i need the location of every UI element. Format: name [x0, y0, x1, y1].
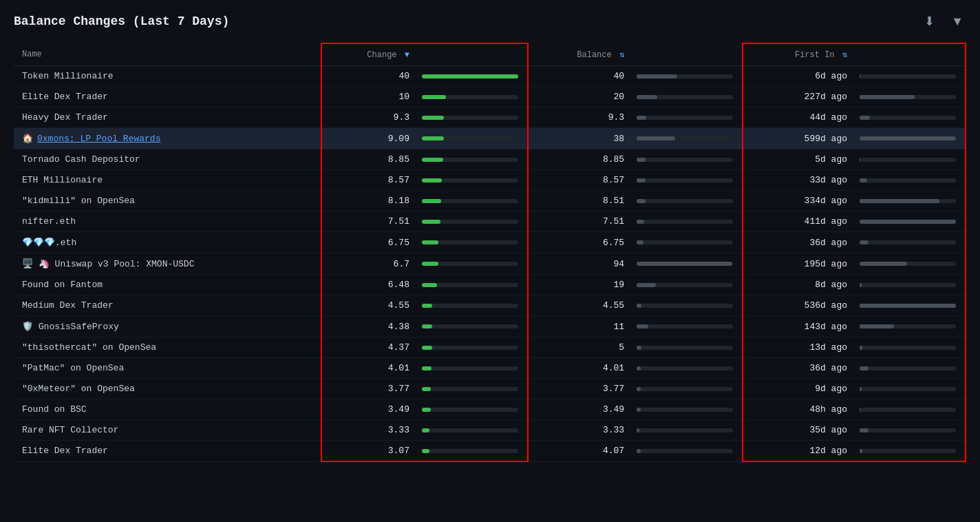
change-value: 9.09: [321, 128, 418, 149]
balance-bar: [632, 211, 743, 232]
balance-value: 3.33: [528, 420, 632, 441]
first-in-value: 227d ago: [743, 87, 855, 107]
change-value: 9.3: [321, 107, 418, 128]
change-bar: [418, 420, 528, 441]
change-value: 4.38: [321, 316, 418, 337]
col-change[interactable]: Change ▼: [321, 43, 418, 66]
balance-value: 8.57: [528, 170, 632, 191]
first-in-bar: [855, 87, 966, 107]
change-bar: [418, 358, 528, 379]
table-row: Elite Dex Trader1020227d ago: [14, 87, 966, 107]
balance-bar: [632, 399, 743, 420]
filter-button[interactable]: ▼: [948, 12, 966, 32]
balance-value: 40: [528, 66, 632, 87]
balance-bar: [632, 253, 743, 275]
name-cell: Found on Fantom: [14, 275, 321, 295]
page-title: Balance Changes (Last 7 Days): [14, 14, 229, 28]
balance-value: 9.3: [528, 107, 632, 128]
table-row: 🛡️ GnosisSafeProxy4.3811143d ago: [14, 316, 966, 337]
change-value: 7.51: [321, 211, 418, 232]
download-button[interactable]: ⬇: [922, 11, 937, 32]
table-row: Found on BSC3.493.4948h ago: [14, 399, 966, 420]
balance-bar: [632, 87, 743, 107]
balance-value: 4.07: [528, 441, 632, 462]
first-in-value: 9d ago: [743, 379, 855, 399]
table-row: Tornado Cash Depositor8.858.855d ago: [14, 149, 966, 170]
balance-value: 4.01: [528, 358, 632, 379]
first-in-value: 33d ago: [743, 170, 855, 191]
table-row: Found on Fantom6.48198d ago: [14, 275, 966, 295]
table-row: ETH Millionaire8.578.5733d ago: [14, 170, 966, 191]
name-cell: Found on BSC: [14, 399, 321, 420]
change-value: 3.33: [321, 420, 418, 441]
change-value: 6.7: [321, 253, 418, 275]
table-row: "0xMeteor" on OpenSea3.773.779d ago: [14, 379, 966, 399]
col-balance-bar-header: [632, 43, 743, 66]
balance-bar: [632, 128, 743, 149]
first-in-value: 13d ago: [743, 337, 855, 358]
name-cell: 🏠0xmons: LP Pool Rewards: [14, 128, 321, 149]
change-bar: [418, 107, 528, 128]
change-bar: [418, 441, 528, 462]
table-row: 🏠0xmons: LP Pool Rewards9.0938599d ago: [14, 128, 966, 149]
change-value: 8.85: [321, 149, 418, 170]
first-in-bar: [855, 107, 966, 128]
col-first-in[interactable]: First In ⇅: [743, 43, 855, 66]
first-in-bar: [855, 420, 966, 441]
balance-value: 11: [528, 316, 632, 337]
balance-bar: [632, 170, 743, 191]
table-row: "PatMac" on OpenSea4.014.0136d ago: [14, 358, 966, 379]
first-in-bar: [855, 441, 966, 462]
change-bar: [418, 399, 528, 420]
name-cell: 💎💎💎.eth: [14, 232, 321, 253]
first-in-value: 536d ago: [743, 295, 855, 316]
change-bar: [418, 191, 528, 211]
change-value: 40: [321, 66, 418, 87]
table-row: nifter.eth7.517.51411d ago: [14, 211, 966, 232]
balance-bar: [632, 316, 743, 337]
change-bar: [418, 295, 528, 316]
change-value: 10: [321, 87, 418, 107]
balance-value: 7.51: [528, 211, 632, 232]
first-in-value: 599d ago: [743, 128, 855, 149]
table-row: Heavy Dex Trader9.39.344d ago: [14, 107, 966, 128]
table-row: Elite Dex Trader3.074.0712d ago: [14, 441, 966, 462]
first-in-bar: [855, 379, 966, 399]
table-row: "thisothercat" on OpenSea4.37513d ago: [14, 337, 966, 358]
first-in-bar: [855, 232, 966, 253]
col-name: Name: [14, 43, 321, 66]
balance-value: 6.75: [528, 232, 632, 253]
first-in-bar: [855, 170, 966, 191]
first-in-bar: [855, 66, 966, 87]
first-in-bar: [855, 316, 966, 337]
balance-bar: [632, 358, 743, 379]
table-row: 🖥️ 🦄 Uniswap v3 Pool: XMON-USDC6.794195d…: [14, 253, 966, 275]
first-in-bar: [855, 337, 966, 358]
balance-value: 3.77: [528, 379, 632, 399]
change-bar: [418, 128, 528, 149]
name-cell: ETH Millionaire: [14, 170, 321, 191]
change-bar: [418, 253, 528, 275]
table-row: Rare NFT Collector3.333.3335d ago: [14, 420, 966, 441]
first-in-value: 411d ago: [743, 211, 855, 232]
balance-value: 8.51: [528, 191, 632, 211]
table-row: Medium Dex Trader4.554.55536d ago: [14, 295, 966, 316]
change-value: 4.55: [321, 295, 418, 316]
col-first-in-bar-header: [855, 43, 966, 66]
change-value: 4.01: [321, 358, 418, 379]
name-cell: 🖥️ 🦄 Uniswap v3 Pool: XMON-USDC: [14, 253, 321, 275]
first-in-bar: [855, 275, 966, 295]
col-balance[interactable]: Balance ⇅: [528, 43, 632, 66]
change-value: 8.18: [321, 191, 418, 211]
name-link[interactable]: 0xmons: LP Pool Rewards: [37, 134, 160, 144]
name-cell: "kidmilli" on OpenSea: [14, 191, 321, 211]
name-cell: Elite Dex Trader: [14, 87, 321, 107]
first-in-bar: [855, 295, 966, 316]
first-in-bar: [855, 191, 966, 211]
name-cell: Rare NFT Collector: [14, 420, 321, 441]
change-bar: [418, 170, 528, 191]
balance-bar: [632, 379, 743, 399]
first-in-bar: [855, 253, 966, 275]
first-in-bar: [855, 149, 966, 170]
balance-bar: [632, 191, 743, 211]
